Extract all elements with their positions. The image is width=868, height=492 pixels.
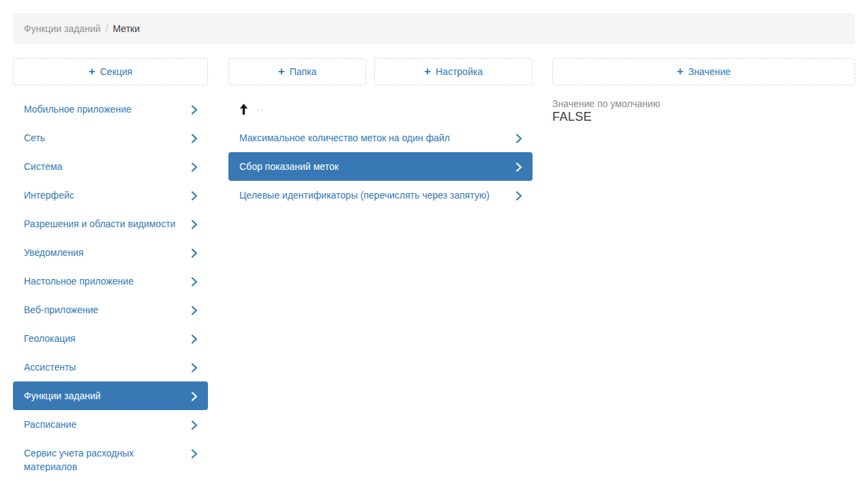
chevron-right-icon (190, 420, 198, 431)
setting-row[interactable]: Максимальное количество меток на один фа… (228, 124, 533, 152)
section-row[interactable]: Настольное приложение (13, 267, 208, 295)
up-level-label: .. (257, 102, 264, 113)
chevron-right-icon (190, 219, 198, 230)
section-row[interactable]: Сервис учета расходных материалов (13, 439, 208, 481)
breadcrumb-parent-link[interactable]: Функции заданий (24, 23, 101, 34)
section-row[interactable]: Интерфейс (13, 181, 208, 209)
sections-column: + Секция Мобильное приложение Сеть (13, 58, 208, 481)
section-row[interactable]: Уведомления (13, 238, 208, 267)
section-label: Интерфейс (24, 188, 74, 202)
section-label: Геолокация (24, 332, 76, 345)
section-label: Сеть (24, 131, 45, 145)
section-label: Мобильное приложение (24, 102, 132, 116)
chevron-right-icon (190, 133, 198, 144)
default-value-label: Значение по умолчанию (552, 98, 855, 110)
chevron-right-icon (190, 305, 198, 316)
section-label: Ассистенты (24, 360, 76, 374)
settings-page: Функции заданий / Метки + Секция Мобильн… (0, 0, 868, 492)
settings-toolbar: + Папка + Настройка (228, 58, 533, 85)
setting-label: Целевые идентификаторы (перечислять чере… (239, 188, 490, 202)
chevron-right-icon (190, 248, 198, 259)
plus-icon: + (424, 66, 431, 77)
up-one-level[interactable]: .. (228, 95, 533, 124)
section-label: Расписание (24, 418, 76, 431)
plus-icon: + (89, 66, 95, 77)
chevron-right-icon (190, 362, 198, 373)
section-row[interactable]: Расписание (13, 410, 208, 439)
add-section-label: Секция (100, 66, 132, 77)
chevron-right-icon (190, 334, 198, 345)
settings-list-wrap: .. Максимальное количество меток на один… (228, 95, 533, 209)
chevron-right-icon (190, 276, 198, 287)
section-label: Система (24, 160, 62, 173)
settings-list: Максимальное количество меток на один фа… (228, 124, 533, 209)
add-setting-button[interactable]: + Настройка (374, 58, 533, 85)
add-value-button[interactable]: + Значение (552, 58, 855, 85)
add-folder-button[interactable]: + Папка (228, 58, 366, 85)
add-value-label: Значение (688, 66, 730, 77)
section-row[interactable]: Функции заданий (13, 381, 208, 410)
breadcrumb-separator: / (106, 23, 108, 34)
section-row[interactable]: Мобильное приложение (13, 95, 208, 124)
add-section-button[interactable]: + Секция (13, 58, 208, 85)
breadcrumb-current: Метки (113, 23, 140, 34)
section-row[interactable]: Система (13, 152, 208, 181)
chevron-right-icon (190, 448, 198, 459)
setting-label: Сбор показаний меток (239, 160, 339, 173)
setting-label: Максимальное количество меток на один фа… (239, 131, 450, 145)
section-label: Настольное приложение (24, 274, 134, 288)
chevron-right-icon (515, 162, 523, 173)
columns: + Секция Мобильное приложение Сеть (13, 58, 855, 481)
add-setting-label: Настройка (436, 66, 483, 77)
chevron-right-icon (190, 190, 198, 201)
value-toolbar: + Значение (552, 58, 855, 85)
section-row[interactable]: Разрешения и области видимости (13, 209, 208, 238)
section-label: Сервис учета расходных материалов (24, 446, 183, 474)
section-label: Уведомления (24, 246, 84, 259)
section-label: Разрешения и области видимости (24, 217, 175, 231)
section-row[interactable]: Геолокация (13, 324, 208, 353)
chevron-right-icon (515, 190, 523, 201)
section-row[interactable]: Веб-приложение (13, 295, 208, 324)
breadcrumb: Функции заданий / Метки (13, 13, 855, 44)
setting-row[interactable]: Сбор показаний меток (228, 152, 533, 181)
sections-toolbar: + Секция (13, 58, 208, 85)
add-folder-label: Папка (290, 66, 317, 77)
section-label: Функции заданий (24, 389, 101, 403)
section-row[interactable]: Ассистенты (13, 353, 208, 381)
plus-icon: + (676, 66, 683, 77)
chevron-right-icon (190, 162, 198, 173)
sections-list: Мобильное приложение Сеть Система (13, 95, 208, 481)
default-value-text: FALSE (552, 110, 855, 124)
up-arrow-icon (239, 104, 248, 115)
chevron-right-icon (515, 133, 523, 144)
value-column: + Значение Значение по умолчанию FALSE (552, 58, 855, 124)
plus-icon: + (278, 66, 285, 77)
section-row[interactable]: Сеть (13, 124, 208, 152)
section-label: Веб-приложение (24, 303, 98, 317)
setting-row[interactable]: Целевые идентификаторы (перечислять чере… (228, 181, 533, 209)
value-panel: Значение по умолчанию FALSE (552, 98, 855, 124)
chevron-right-icon (190, 391, 198, 402)
settings-column: + Папка + Настройка .. (228, 58, 533, 209)
chevron-right-icon (190, 104, 198, 115)
